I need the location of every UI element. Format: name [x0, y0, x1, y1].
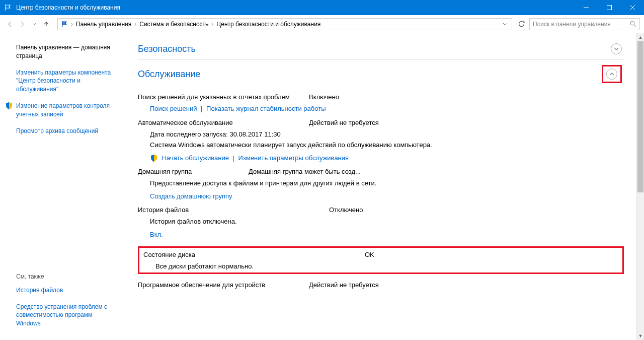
address-dropdown-icon[interactable] — [500, 22, 511, 27]
highlight-box — [602, 65, 622, 83]
filehistory-enable-link[interactable]: Вкл. — [150, 231, 163, 238]
sidebar-file-history[interactable]: История файлов — [16, 286, 118, 295]
filehistory-desc: История файлов отключена. — [150, 217, 624, 227]
sidebar-uac-settings[interactable]: Изменение параметров контроля учетных за… — [16, 102, 118, 119]
sidebar-compat-troubleshooter[interactable]: Средство устранения проблем с совместимо… — [16, 303, 118, 328]
recent-dropdown[interactable] — [28, 18, 40, 30]
auto-desc: Система Windows автоматически планирует … — [150, 140, 624, 150]
homegroup-desc: Предоставление доступа к файлам и принте… — [150, 178, 624, 188]
filehistory-status: Отключено — [329, 206, 363, 214]
svg-point-4 — [630, 21, 634, 25]
svg-rect-1 — [607, 6, 612, 10]
refresh-button[interactable] — [515, 18, 527, 30]
scrollbar-thumb[interactable] — [637, 41, 643, 192]
disk-status-highlight: Состояние диска OK Все диски работают но… — [138, 246, 624, 274]
start-maintenance-link[interactable]: Начать обслуживание — [162, 154, 229, 162]
back-button[interactable] — [4, 18, 16, 30]
close-button[interactable] — [621, 0, 644, 15]
shield-icon — [150, 154, 158, 162]
window-title: Центр безопасности и обслуживания — [16, 4, 575, 11]
crumb-sep-icon: › — [210, 21, 214, 28]
search-box[interactable] — [529, 18, 640, 30]
up-button[interactable] — [40, 18, 52, 30]
homegroup-label: Домашняя группа — [138, 168, 249, 175]
address-bar[interactable]: › Панель управления › Система и безопасн… — [57, 18, 512, 30]
sidebar: Панель управления — домашняя страница Из… — [0, 33, 126, 340]
devicesoft-status: Действий не требуется — [309, 281, 379, 289]
crumb-sep-icon: › — [133, 21, 137, 28]
vertical-scrollbar[interactable]: ▲ ▼ — [636, 33, 644, 340]
chevron-up-icon[interactable] — [606, 69, 617, 80]
titlebar: Центр безопасности и обслуживания — [0, 0, 644, 15]
file-history-item: История файлов Отключено История файлов … — [138, 206, 624, 239]
content-area: Панель управления — домашняя страница Из… — [0, 33, 644, 340]
devicesoft-label: Программное обеспечение для устройств — [138, 281, 309, 289]
minimize-button[interactable] — [575, 0, 598, 15]
homegroup-item: Домашняя группа Домашняя группа может бы… — [138, 168, 624, 201]
check-solutions-link[interactable]: Поиск решений — [150, 105, 197, 112]
sidebar-change-settings[interactable]: Изменить параметры компонента "Центр без… — [16, 69, 118, 94]
crumb-system-security[interactable]: Система и безопасность — [137, 21, 210, 28]
device-software-item: Программное обеспечение для устройств Де… — [138, 281, 624, 289]
auto-lastrun: Дата последнего запуска: 30.08.2017 11:3… — [150, 129, 624, 140]
shield-icon — [5, 102, 13, 110]
reports-label: Поиск решений для указанных в отчетах пр… — [138, 93, 309, 101]
security-section-header[interactable]: Безопасность — [138, 38, 624, 60]
main-panel: Безопасность Обслуживание Поиск решений … — [126, 33, 644, 340]
scroll-down-icon[interactable]: ▼ — [636, 332, 644, 340]
problem-reports-item: Поиск решений для указанных в отчетах пр… — [138, 93, 624, 114]
homegroup-status: Домашняя группа может быть созд... — [249, 168, 361, 175]
flag-icon — [61, 21, 68, 28]
disk-status: OK — [365, 251, 374, 258]
scroll-up-icon[interactable]: ▲ — [636, 33, 644, 41]
auto-status: Действий не требуется — [309, 119, 379, 126]
auto-maintenance-item: Автоматическое обслуживание Действий не … — [138, 119, 624, 163]
auto-label: Автоматическое обслуживание — [138, 119, 309, 126]
security-title: Безопасность — [138, 44, 196, 54]
link-separator: | — [231, 154, 236, 162]
maintenance-title: Обслуживание — [138, 69, 200, 80]
crumb-sep-icon: › — [70, 21, 74, 28]
filehistory-label: История файлов — [138, 206, 329, 214]
sidebar-view-archive[interactable]: Просмотр архива сообщений — [16, 127, 118, 135]
link-separator: | — [199, 105, 204, 112]
create-homegroup-link[interactable]: Создать домашнюю группу — [150, 192, 232, 200]
forward-button[interactable] — [16, 18, 28, 30]
change-maintenance-link[interactable]: Изменить параметры обслуживания — [238, 154, 349, 162]
window-buttons — [575, 0, 644, 15]
crumb-control-panel[interactable]: Панель управления — [74, 21, 133, 28]
search-input[interactable] — [533, 21, 630, 28]
see-also-heading: См. также — [16, 273, 118, 280]
toolbar: › Панель управления › Система и безопасн… — [0, 15, 644, 33]
svg-line-5 — [634, 25, 636, 27]
disk-desc: Все диски работают нормально. — [155, 261, 618, 271]
chevron-down-icon[interactable] — [611, 43, 622, 54]
reliability-history-link[interactable]: Показать журнал стабильности работы — [206, 105, 326, 112]
reports-status: Включено — [309, 93, 339, 101]
maintenance-section-header[interactable]: Обслуживание — [138, 60, 624, 88]
disk-label: Состояние диска — [143, 251, 365, 258]
crumb-action-center[interactable]: Центр безопасности и обслуживания — [214, 21, 323, 28]
sidebar-home-link[interactable]: Панель управления — домашняя страница — [16, 43, 118, 60]
app-flag-icon — [4, 4, 12, 12]
search-icon[interactable] — [630, 21, 636, 27]
maximize-button[interactable] — [598, 0, 621, 15]
